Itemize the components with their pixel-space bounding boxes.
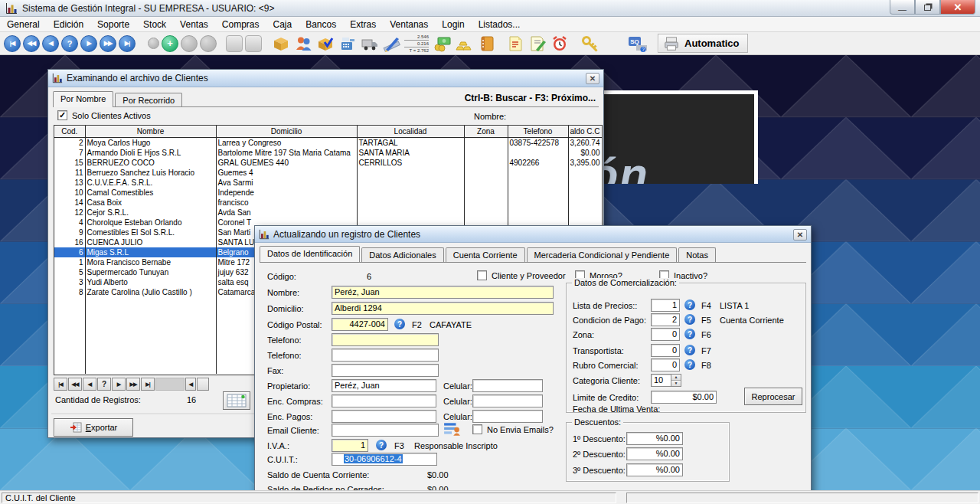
domicilio-field[interactable]: Alberdi 1294	[332, 302, 554, 315]
menu-extras[interactable]: Extras	[343, 18, 383, 31]
money-icon[interactable]	[433, 34, 452, 54]
edit-note-icon[interactable]	[528, 34, 547, 54]
categoria-spinner[interactable]: ▲▼	[671, 374, 681, 387]
menu-soporte[interactable]: Soporte	[90, 18, 136, 31]
nav-fast-next-button[interactable]: ▶▶	[126, 378, 140, 391]
sql-tool-icon[interactable]: SQ?	[626, 34, 649, 54]
zona-field[interactable]: 0	[651, 328, 680, 341]
col-telefono[interactable]: Telefono	[508, 126, 568, 137]
lista-precios-help-icon[interactable]: ?	[684, 299, 695, 310]
enc-compras-field[interactable]	[332, 394, 436, 407]
menu-bancos[interactable]: Bancos	[299, 18, 343, 31]
browse-title-bar[interactable]: Examinando el archivo de Clientes ✕	[48, 70, 603, 87]
notes-icon[interactable]	[505, 34, 525, 54]
descuento1-field[interactable]: %0.00	[626, 432, 683, 445]
lista-precios-field[interactable]: 1	[651, 299, 680, 312]
codigo-postal-help-icon[interactable]: ?	[394, 319, 405, 329]
restore-button[interactable]	[915, 0, 940, 15]
propietario-field[interactable]: Peréz, Juan	[332, 379, 436, 392]
cliente-proveedor-checkbox[interactable]	[477, 270, 487, 280]
next-record-button[interactable]: ▶	[80, 35, 97, 52]
hscroll-thumb[interactable]	[155, 378, 185, 391]
table-row[interactable]: 2Moya Carlos HugoLarrea y CongresoTARTAG…	[54, 137, 602, 148]
no-envia-emails-checkbox[interactable]	[472, 424, 482, 434]
minimize-button[interactable]: —	[890, 0, 915, 15]
celular3-field[interactable]	[472, 410, 543, 423]
telefono1-field[interactable]	[332, 333, 439, 346]
table-row[interactable]: 11Berruezo Sanchez Luis HoracioGuemes 4	[54, 168, 602, 178]
solo-activos-checkbox[interactable]: ✓	[57, 110, 67, 120]
tab-datos-adicionales[interactable]: Datos Adicionales	[361, 247, 443, 262]
table-row[interactable]: 7Armando Dioli E Hjos S.R.LBartolome Mit…	[54, 148, 602, 158]
descuento3-field[interactable]: %0.00	[626, 463, 683, 476]
menu-stock[interactable]: Stock	[136, 18, 173, 31]
first-record-button[interactable]: |◀	[4, 35, 21, 52]
reprocesar-button[interactable]: Reprocesar	[744, 388, 802, 405]
nav-last-button[interactable]: ▶|	[141, 378, 155, 391]
table-row[interactable]: 15BERRUEZO COCOGRAL GUEMES 440CERRILLOS4…	[54, 158, 602, 168]
fax-field[interactable]	[332, 364, 439, 377]
transportista-help-icon[interactable]: ?	[684, 345, 695, 355]
address-book-icon[interactable]	[477, 34, 497, 54]
menu-ventanas[interactable]: Ventanas	[383, 18, 435, 31]
limite-credito-field[interactable]: $0.00	[651, 391, 717, 404]
fast-next-button[interactable]: ▶▶	[100, 35, 116, 52]
menu-edicion[interactable]: Edición	[47, 18, 90, 31]
cash-register-icon[interactable]	[338, 34, 358, 54]
nav-first-button[interactable]: |◀	[54, 378, 67, 391]
tab-por-recorrido[interactable]: Por Recorrido	[115, 93, 182, 107]
nav-prior-button[interactable]: ◀	[83, 378, 96, 391]
dialog-close-icon[interactable]: ✕	[793, 229, 807, 241]
descuento2-field[interactable]: %0.00	[626, 447, 683, 460]
col-nombre[interactable]: Nombre	[85, 126, 216, 137]
nav-search-button[interactable]: ?	[97, 378, 111, 391]
table-row[interactable]: 14Casa Boixfrancisco	[54, 198, 602, 208]
menu-login[interactable]: Login	[435, 18, 471, 31]
iva-help-icon[interactable]: ?	[376, 440, 387, 450]
print-mode-panel[interactable]: Automatico	[658, 34, 748, 53]
col-saldo[interactable]: aldo C.C	[568, 126, 602, 137]
transportista-field[interactable]: 0	[651, 344, 680, 357]
tab-cuenta-corriente[interactable]: Cuenta Corriente	[446, 247, 525, 262]
nombre-field[interactable]: Peréz, Juan	[332, 286, 554, 299]
design-pen-icon[interactable]	[382, 34, 402, 54]
condicion-pago-field[interactable]: 2	[651, 313, 680, 326]
close-button[interactable]: ✕	[940, 0, 975, 15]
truck-icon[interactable]	[360, 34, 380, 54]
tab-notas[interactable]: Notas	[678, 247, 716, 262]
celular2-field[interactable]	[472, 394, 543, 407]
menu-ventas[interactable]: Ventas	[173, 18, 215, 31]
gold-bars-icon[interactable]	[455, 34, 475, 54]
menu-caja[interactable]: Caja	[266, 18, 299, 31]
add-record-button[interactable]: +	[162, 35, 178, 52]
hscroll-left-arrow[interactable]: ◀	[185, 378, 196, 391]
fast-prior-button[interactable]: ◀◀	[23, 35, 40, 52]
codigo-postal-field[interactable]: 4427-004	[332, 318, 388, 331]
menu-listados[interactable]: Listados...	[472, 18, 528, 31]
search-button[interactable]: ?	[61, 35, 78, 52]
export-button[interactable]: Exportar	[54, 418, 133, 437]
condicion-pago-help-icon[interactable]: ?	[684, 314, 695, 325]
col-localidad[interactable]: Localidad	[357, 126, 464, 137]
col-domicilio[interactable]: Domicilio	[216, 126, 357, 137]
nav-fast-prior-button[interactable]: ◀◀	[68, 378, 82, 391]
orders-check-icon[interactable]	[315, 34, 335, 54]
menu-general[interactable]: General	[0, 18, 47, 31]
rubro-field[interactable]: 0	[651, 358, 680, 371]
dialog-title-bar[interactable]: Actualizando un registro de Clientes ✕	[255, 226, 811, 243]
tab-datos-identificacion[interactable]: Datos de Identificación	[260, 246, 360, 262]
clients-icon[interactable]	[293, 34, 313, 54]
table-row[interactable]: 10Camal ComestiblesIndepende	[54, 188, 602, 198]
categoria-field[interactable]: 10	[651, 374, 671, 387]
email-field[interactable]	[332, 424, 439, 437]
menu-compras[interactable]: Compras	[215, 18, 266, 31]
telefono2-field[interactable]	[332, 349, 439, 362]
products-icon[interactable]	[271, 34, 291, 54]
alarm-clock-icon[interactable]	[550, 34, 570, 54]
tab-por-nombre[interactable]: Por Nombre	[53, 91, 113, 107]
key-icon[interactable]	[580, 34, 600, 54]
rubro-help-icon[interactable]: ?	[684, 359, 695, 370]
iva-field[interactable]: 1	[332, 439, 368, 452]
prior-record-button[interactable]: ◀	[42, 35, 59, 52]
hscroll-spacer-button[interactable]	[197, 378, 209, 391]
